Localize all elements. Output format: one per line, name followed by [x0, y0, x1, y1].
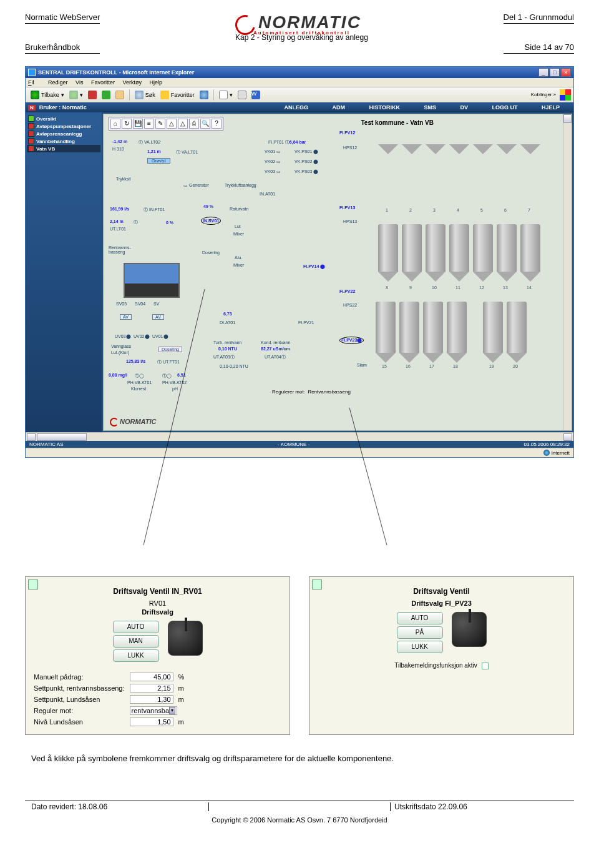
param-label: Manuelt pådrag: [32, 672, 127, 682]
btn-lukk[interactable]: LUKK [113, 649, 159, 662]
tab-anlegg[interactable]: ANLEGG [285, 104, 309, 111]
mail-icon [219, 91, 228, 99]
dlg-left-title: Driftsvalg Ventil IN_RV01 [31, 587, 285, 596]
tool-print-icon[interactable]: ⎙ [189, 119, 199, 129]
tool-user2-icon[interactable]: △ [178, 119, 188, 129]
doc-title-left: Normatic WebServer [25, 12, 100, 22]
tool-save-icon[interactable]: 💾 [133, 119, 143, 129]
menu-fav[interactable]: Favoritter [91, 79, 115, 86]
word-button[interactable]: W [249, 89, 263, 101]
dialogs: Driftsvalg Ventil IN_RV01 RV01 Driftsval… [25, 576, 574, 735]
footer-mid [209, 802, 391, 811]
print-icon [238, 91, 246, 99]
menu-rediger[interactable]: Rediger [48, 79, 68, 86]
star-icon [160, 91, 169, 99]
btn-man[interactable]: MAN [113, 635, 159, 648]
doc-sub-right: Side 14 av 70 [504, 42, 574, 52]
stop-button[interactable] [85, 89, 99, 101]
param-input[interactable]: 45,00 [130, 673, 173, 681]
tool-edit-icon[interactable]: ✎ [155, 119, 165, 129]
valve-icon [168, 621, 203, 656]
param-input[interactable]: 1,50 [130, 718, 173, 726]
pin-icon[interactable] [312, 579, 322, 589]
tool-refresh-icon[interactable]: ↻ [122, 119, 132, 129]
tool-help-icon[interactable]: ? [212, 119, 222, 129]
checkbox[interactable] [482, 663, 489, 669]
param-select[interactable]: rentvannsba▾ [130, 706, 177, 715]
print-button[interactable] [235, 89, 249, 101]
tab-sms[interactable]: SMS [424, 104, 436, 111]
menu-vis[interactable]: Vis [75, 79, 83, 86]
btn-pa[interactable]: PÅ [397, 626, 443, 639]
home-icon [115, 91, 124, 99]
menu-fil[interactable]: Fil [28, 79, 41, 86]
windows-flag-icon [560, 89, 571, 101]
history-button[interactable] [197, 89, 211, 101]
dialog-right: Driftsvalg Ventil Driftsvalg FI_PV23 AUT… [309, 576, 574, 735]
checkbox-row: Tilbakemeldingsfunksjon aktiv [314, 662, 568, 669]
params-table: Manuelt pådrag:45,00% Settpunkt, rentvan… [31, 671, 187, 728]
dialog-left: Driftsvalg Ventil IN_RV01 RV01 Driftsval… [25, 576, 290, 735]
param-label: Reguler mot: [32, 706, 127, 716]
tool-home-icon[interactable]: ⌂ [110, 119, 120, 129]
browser-toolbar: Tilbake ▾ ▾ Søk Favoritter ▾ W Koblinger… [26, 87, 573, 102]
param-input[interactable]: 2,15 [130, 684, 173, 693]
tab-loggut[interactable]: LOGG UT [492, 104, 517, 111]
app-tabs: ANLEGG ADM HISTORIKK SMS DV LOGG UT HJEL… [273, 104, 572, 111]
tool-zoom-icon[interactable]: 🔍 [200, 119, 210, 129]
checkbox-label: Tilbakemeldingsfunksjon aktiv [394, 662, 477, 669]
svg-line-0 [144, 289, 205, 545]
chapter-title: Kap 2 - Styring og overvåking av anlegg [235, 33, 368, 42]
tab-adm[interactable]: ADM [333, 104, 346, 111]
user-label: Bruker : Normatic [39, 104, 87, 111]
doc-footer: Dato revidert: 18.08.06 Utskriftsdato 22… [25, 801, 574, 812]
canvas-title: Test kommune - Vatn VB [361, 119, 434, 126]
sidebar-item-oversikt[interactable]: Oversikt [27, 115, 100, 122]
status-icon [28, 116, 34, 122]
menu-verk[interactable]: Verktøy [122, 79, 142, 86]
footer-left: Dato revidert: 18.08.06 [27, 802, 209, 811]
back-button[interactable]: Tilbake ▾ [28, 89, 67, 101]
word-icon: W [251, 91, 260, 99]
param-label: Nivå Lundsåsen [32, 717, 127, 727]
document-header: Normatic WebServer Brukerhåndbok NORMATI… [25, 12, 574, 54]
tab-dv[interactable]: DV [460, 104, 468, 111]
tool-list-icon[interactable]: ≡ [144, 119, 154, 129]
forward-icon [69, 91, 78, 99]
leader-lines [25, 458, 574, 570]
body-text: Ved å klikke på symbolene fremkommer dri… [31, 754, 568, 763]
minimize-button[interactable]: _ [538, 68, 548, 77]
param-input[interactable]: 1,30 [130, 695, 173, 704]
dlg-right-title: Driftsvalg Ventil [314, 587, 568, 596]
doc-title-right: Del 1 - Grunnmodul [504, 12, 574, 22]
refresh-button[interactable] [99, 89, 113, 101]
status-icon [28, 123, 34, 129]
links-label[interactable]: Koblinger [531, 92, 552, 97]
doc-sub-left: Brukerhåndbok [25, 42, 100, 52]
back-icon [31, 91, 39, 99]
app-navbar: N Bruker : Normatic ANLEGG ADM HISTORIKK… [26, 102, 573, 112]
menu-hjelp[interactable]: Hjelp [149, 79, 162, 86]
footer-right: Utskriftsdato 22.09.06 [391, 802, 572, 811]
favorites-button[interactable]: Favoritter [158, 89, 197, 101]
btn-auto[interactable]: AUTO [113, 621, 159, 633]
param-label: Settpunkt, rentvannsbasseng: [32, 683, 127, 693]
tab-historikk[interactable]: HISTORIKK [369, 104, 400, 111]
maximize-button[interactable]: □ [550, 68, 560, 77]
mail-button[interactable]: ▾ [217, 89, 235, 101]
tool-user-icon[interactable]: △ [167, 119, 177, 129]
close-button[interactable]: × [561, 68, 571, 77]
param-label: Settpunkt, Lundsåsen [32, 694, 127, 704]
btn-lukk[interactable]: LUKK [397, 641, 443, 653]
refresh-icon [102, 91, 110, 99]
btn-auto[interactable]: AUTO [397, 612, 443, 624]
stop-icon [88, 91, 97, 99]
dlg-right-sub2: Driftsvalg FI_PV23 [411, 599, 472, 607]
tab-hjelp[interactable]: HJELP [542, 104, 560, 111]
forward-button[interactable]: ▾ [67, 89, 85, 101]
dlg-left-sub2: Driftsvalg [142, 608, 173, 616]
search-button[interactable]: Søk [132, 89, 158, 101]
home-button[interactable] [113, 89, 127, 101]
sidebar-item-avlop-pumpe[interactable]: Avløpspumpestasjoner [27, 122, 100, 130]
pin-icon[interactable] [28, 579, 38, 589]
